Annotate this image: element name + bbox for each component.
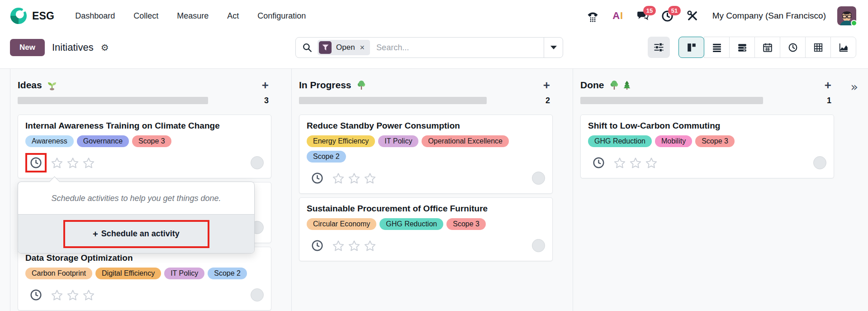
column-progress-bar[interactable]	[580, 97, 763, 104]
priority-star-icon[interactable]	[613, 157, 626, 169]
view-switcher	[678, 37, 856, 58]
activity-clock-button[interactable]	[311, 239, 323, 252]
priority-star-icon[interactable]	[51, 289, 63, 301]
kanban-card[interactable]: Internal Awareness Training on Climate C…	[18, 115, 271, 178]
activity-clock-button[interactable]	[311, 172, 323, 184]
column-title: In Progress	[299, 80, 351, 91]
ai-icon[interactable]: AI	[611, 9, 625, 23]
menu-measure[interactable]: Measure	[177, 11, 209, 21]
card-avatar-placeholder[interactable]	[251, 156, 264, 169]
priority-star-icon[interactable]	[66, 157, 79, 169]
evergreen-icon	[622, 80, 632, 91]
graph-view-icon	[839, 43, 849, 53]
view-gantt-button[interactable]	[729, 37, 755, 58]
view-pivot-button[interactable]	[805, 37, 831, 58]
view-graph-button[interactable]	[830, 37, 856, 58]
priority-stars	[332, 239, 376, 252]
seedling-icon	[47, 80, 57, 91]
card-title: Reduce Standby Power Consumption	[307, 121, 545, 131]
card-avatar-placeholder[interactable]	[532, 172, 545, 185]
search-dropdown-toggle[interactable]	[544, 38, 563, 57]
kanban-card[interactable]: Sustainable Procurement of Office Furnit…	[299, 197, 553, 261]
priority-star-icon[interactable]	[82, 289, 95, 301]
tag-it-policy: IT Policy	[164, 268, 204, 279]
filters-sliders-button[interactable]	[648, 37, 670, 58]
priority-star-icon[interactable]	[645, 157, 658, 169]
add-card-button[interactable]: +	[825, 81, 831, 90]
column-emoji-icons	[609, 80, 632, 91]
messages-icon[interactable]: 15	[636, 9, 650, 23]
card-footer	[25, 285, 264, 305]
priority-star-icon[interactable]	[332, 239, 345, 252]
activity-clock-button[interactable]	[593, 157, 605, 169]
softphone-icon[interactable]	[586, 9, 600, 23]
activity-clock-button[interactable]	[30, 157, 42, 169]
column-count: 1	[827, 96, 834, 105]
messages-badge: 15	[643, 6, 656, 15]
tag-carbon-footprint: Carbon Footprint	[25, 268, 92, 279]
card-avatar-placeholder[interactable]	[251, 288, 264, 301]
tag-mobility: Mobility	[655, 135, 692, 147]
priority-star-icon[interactable]	[629, 157, 642, 169]
view-list-button[interactable]	[704, 37, 730, 58]
activity-clock-button[interactable]	[30, 289, 42, 301]
priority-stars	[332, 172, 376, 185]
tag-ghg-reduction: GHG Reduction	[379, 218, 443, 230]
user-avatar[interactable]	[837, 6, 856, 25]
column-progress-bar[interactable]	[18, 97, 208, 104]
kanban-card[interactable]: Data Storage Optimization Carbon Footpri…	[18, 247, 271, 311]
priority-star-icon[interactable]	[332, 172, 345, 185]
column-progress-row: 2	[299, 96, 553, 105]
gear-icon[interactable]: ⚙	[101, 42, 109, 53]
schedule-activity-button[interactable]: + Schedule an activity	[93, 229, 180, 239]
card-title: Data Storage Optimization	[25, 253, 264, 263]
chevron-down-icon	[550, 46, 557, 49]
debug-tools-icon[interactable]	[686, 9, 699, 23]
app-switcher[interactable]: ESG	[10, 7, 54, 24]
search-facet-open[interactable]: Open ×	[318, 40, 370, 55]
card-tags: AwarenessGovernanceScope 3	[25, 135, 264, 147]
card-footer	[307, 168, 545, 188]
control-panel: New Initiatives ⚙ Open ×	[0, 32, 868, 63]
priority-star-icon[interactable]	[348, 172, 360, 185]
priority-star-icon[interactable]	[66, 289, 79, 301]
view-kanban-button[interactable]	[678, 37, 704, 58]
kanban-view-icon	[687, 43, 697, 53]
facet-remove-icon[interactable]: ×	[360, 43, 369, 53]
priority-star-icon[interactable]	[364, 172, 376, 185]
view-activity-button[interactable]	[780, 37, 806, 58]
column-progress-bar[interactable]	[299, 97, 487, 104]
search-input[interactable]	[376, 43, 544, 53]
priority-star-icon[interactable]	[364, 239, 376, 252]
systray: AI 15 51 My Company (San	[586, 6, 856, 25]
column-header: In Progress +	[299, 80, 553, 91]
menu-configuration[interactable]: Configuration	[257, 11, 306, 21]
card-tags: Energy EfficiencyIT PolicyOperational Ex…	[307, 135, 545, 163]
kanban-card[interactable]: Shift to Low-Carbon Commuting GHG Reduct…	[580, 115, 834, 178]
column-count: 3	[264, 96, 271, 105]
card-avatar-placeholder[interactable]	[532, 239, 545, 252]
view-calendar-button[interactable]	[754, 37, 780, 58]
menu-dashboard[interactable]: Dashboard	[75, 11, 115, 21]
search-bar[interactable]: Open ×	[295, 37, 563, 58]
activities-clock-icon[interactable]: 51	[661, 9, 674, 23]
fold-columns-button[interactable]: »	[850, 80, 858, 94]
menu-collect[interactable]: Collect	[133, 11, 158, 21]
priority-star-icon[interactable]	[82, 157, 95, 169]
priority-star-icon[interactable]	[51, 157, 63, 169]
esg-logo-icon	[10, 7, 27, 24]
card-tags: Circular EconomyGHG ReductionScope 3	[307, 218, 545, 230]
column-cards: Reduce Standby Power Consumption Energy …	[299, 115, 553, 261]
priority-star-icon[interactable]	[348, 239, 360, 252]
calendar-view-icon	[763, 43, 773, 53]
menu-act[interactable]: Act	[227, 11, 239, 21]
kanban-card[interactable]: Reduce Standby Power Consumption Energy …	[299, 115, 553, 194]
card-avatar-placeholder[interactable]	[813, 156, 826, 169]
company-selector[interactable]: My Company (San Francisco)	[712, 11, 826, 21]
add-card-button[interactable]: +	[543, 81, 550, 90]
tag-awareness: Awareness	[25, 135, 74, 147]
column-emoji-icons	[47, 80, 57, 91]
tag-ghg-reduction: GHG Reduction	[588, 135, 652, 147]
new-button[interactable]: New	[10, 39, 45, 56]
add-card-button[interactable]: +	[262, 81, 269, 90]
